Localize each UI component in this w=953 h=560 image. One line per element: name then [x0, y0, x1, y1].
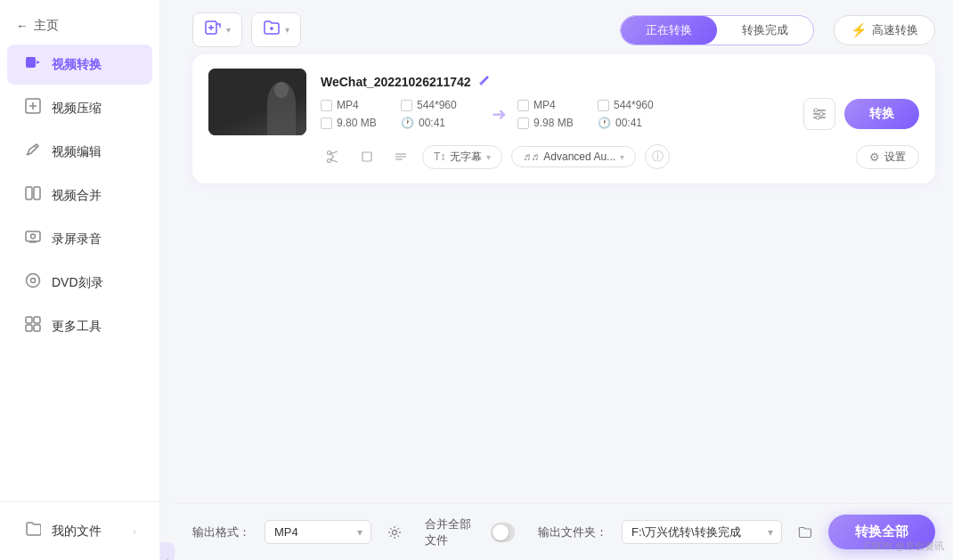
sidebar-item-video-convert[interactable]: 视频转换 [7, 45, 152, 85]
convert-actions: 转换 [803, 98, 919, 130]
tab-done[interactable]: 转换完成 [717, 16, 813, 45]
convert-btn[interactable]: 转换 [844, 99, 919, 129]
sidebar-label-video-compress: 视频压缩 [52, 101, 102, 117]
subtitle-text-icon-btn[interactable] [388, 144, 413, 169]
format-settings-icon-btn[interactable] [386, 519, 403, 546]
svg-line-16 [486, 77, 487, 78]
target-duration: 🕐 00:41 [598, 117, 678, 129]
sidebar-item-video-edit[interactable]: 视频编辑 [7, 132, 152, 172]
add-folder-btn[interactable]: ▾ [251, 12, 301, 47]
audio-label: Advanced Au... [543, 150, 615, 163]
sidebar-label-dvd-burn: DVD刻录 [52, 275, 103, 291]
video-convert-icon [23, 54, 43, 75]
sidebar-label-video-merge: 视频合并 [52, 188, 102, 204]
more-tools-icon [23, 316, 43, 337]
sidebar-item-video-compress[interactable]: 视频压缩 [7, 88, 152, 128]
svg-point-10 [31, 279, 36, 283]
svg-rect-11 [26, 317, 32, 323]
source-duration: 🕐 00:41 [401, 117, 481, 129]
convert-arrow-icon: ➜ [492, 103, 507, 125]
info-icon-btn[interactable]: ⓘ [645, 144, 670, 169]
svg-line-26 [330, 159, 338, 162]
settings-tag-btn[interactable]: ⚙ 设置 [856, 145, 919, 169]
audio-dropdown[interactable]: ♬♬ Advanced Au... ▾ [511, 146, 636, 167]
clock-icon: 🕐 [401, 117, 414, 129]
svg-marker-1 [37, 61, 40, 64]
subtitle-dropdown[interactable]: T↕ 无字幕 ▾ [422, 145, 502, 169]
file-info: WeChat_20221026211742 MP4 [321, 74, 919, 130]
svg-line-25 [330, 151, 338, 154]
file-card-bottom: T↕ 无字幕 ▾ ♬♬ Advanced Au... ▾ ⓘ ⚙ 设置 [208, 144, 919, 169]
speed-btn[interactable]: ⚡ 高速转换 [834, 15, 935, 45]
file-edit-icon[interactable] [478, 74, 491, 89]
add-file-btn[interactable]: ▾ [192, 12, 242, 47]
target-size-checkbox [517, 118, 529, 129]
settings-tag-label: 设置 [884, 150, 906, 165]
add-file-icon [204, 19, 222, 41]
crop-icon-btn[interactable] [354, 144, 379, 169]
svg-point-7 [31, 234, 36, 239]
svg-rect-4 [26, 187, 32, 199]
sidebar-item-dvd-burn[interactable]: DVD刻录 [7, 263, 152, 303]
merge-toggle[interactable] [491, 523, 515, 542]
target-res-checkbox [598, 100, 609, 111]
target-format-checkbox [517, 100, 529, 111]
dvd-burn-icon [23, 272, 43, 293]
output-label: 输出文件夹： [538, 524, 607, 540]
watermark: CSDN @原创资讯 [865, 540, 944, 553]
open-folder-icon-btn[interactable] [796, 519, 814, 546]
target-format: MP4 [517, 99, 598, 111]
screen-record-icon [23, 229, 43, 249]
sidebar-item-video-merge[interactable]: 视频合并 [7, 175, 152, 215]
sidebar-back-btn[interactable]: ← 主页 [0, 9, 159, 43]
svg-rect-13 [26, 325, 32, 331]
svg-rect-12 [34, 317, 40, 323]
sidebar-label-my-files: 我的文件 [52, 523, 102, 540]
svg-point-33 [393, 530, 397, 534]
target-clock-icon: 🕐 [598, 117, 611, 129]
format-select[interactable]: MP4 MKV AVI MOV [265, 520, 371, 544]
collapse-icon: ‹ [166, 555, 169, 560]
file-card-top: WeChat_20221026211742 MP4 [208, 69, 919, 135]
main-content: ▾ ▾ 正在转换 转换完成 ⚡ 高速转换 [175, 0, 953, 560]
merge-label: 合并全部文件 [425, 516, 471, 548]
file-list-area: WeChat_20221026211742 MP4 [175, 54, 953, 503]
subtitle-dropdown-arrow: ▾ [486, 152, 491, 162]
sidebar: ← 主页 视频转换 视频压缩 视频编辑 视频合并 录屏录音 [0, 0, 160, 560]
audio-icon: ♬♬ [523, 150, 539, 163]
file-settings-icon-btn[interactable] [803, 98, 835, 130]
source-res-checkbox [401, 100, 412, 111]
file-thumbnail [208, 69, 306, 135]
footer: 输出格式： MP4 MKV AVI MOV 合并全部文件 输出文件夹： F:\万… [175, 503, 953, 560]
sidebar-item-my-files[interactable]: 我的文件 › [7, 511, 152, 551]
cut-icon-btn[interactable] [321, 144, 346, 169]
sidebar-label-more-tools: 更多工具 [52, 319, 102, 335]
sidebar-collapse-btn[interactable]: ‹ [160, 542, 175, 560]
svg-rect-6 [26, 231, 40, 241]
target-size: 9.98 MB [517, 117, 598, 129]
audio-dropdown-arrow: ▾ [620, 152, 624, 162]
source-meta: MP4 9.80 MB [321, 99, 401, 129]
add-folder-icon [263, 19, 281, 41]
tab-converting[interactable]: 正在转换 [621, 16, 717, 45]
svg-point-9 [27, 274, 40, 288]
video-compress-icon [23, 98, 43, 118]
output-path-select[interactable]: F:\万兴优转\转换完成 [622, 520, 782, 544]
svg-rect-29 [362, 152, 371, 161]
format-select-wrap: MP4 MKV AVI MOV [265, 520, 371, 544]
sidebar-item-more-tools[interactable]: 更多工具 [7, 306, 152, 346]
file-name: WeChat_20221026211742 [321, 75, 471, 89]
sidebar-bottom: 我的文件 › [0, 501, 159, 560]
file-meta-row: MP4 9.80 MB 544*960 [321, 98, 919, 130]
source-size-checkbox [321, 118, 332, 129]
file-card: WeChat_20221026211742 MP4 [192, 54, 935, 183]
video-merge-icon [23, 185, 43, 206]
svg-rect-14 [34, 325, 40, 331]
sidebar-label-video-edit: 视频编辑 [52, 144, 102, 160]
target-meta-2: 544*960 🕐 00:41 [598, 99, 678, 129]
svg-rect-0 [26, 57, 36, 68]
settings-gear-icon: ⚙ [869, 150, 880, 164]
target-resolution: 544*960 [598, 99, 678, 111]
svg-line-28 [330, 157, 333, 159]
sidebar-item-screen-record[interactable]: 录屏录音 [7, 219, 152, 259]
